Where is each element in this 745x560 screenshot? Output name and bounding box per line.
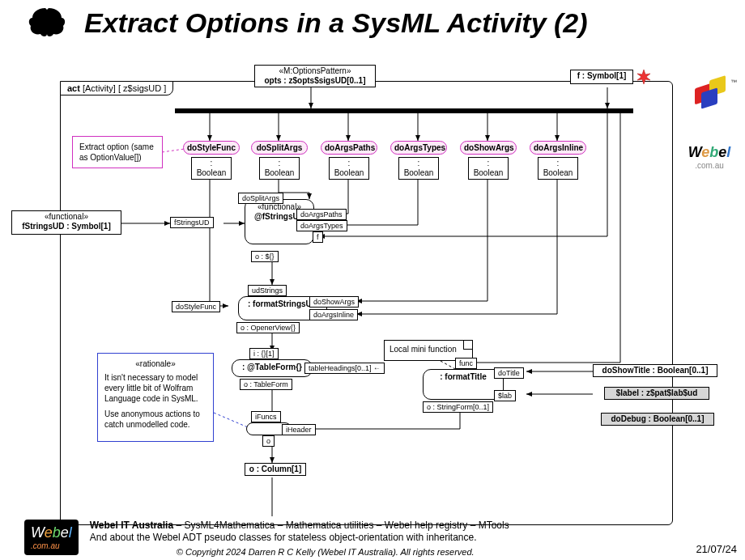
pin-formattitle-out: o : StringForm[0..1] <box>423 401 493 413</box>
pill-dostylefunc: doStyleFunc <box>183 141 240 155</box>
pin-fstringsud: fStringsUD <box>170 217 214 228</box>
action-tableform-name: : @TableForm{} <box>242 363 302 371</box>
pin-dosplitargs: doSplitArgs <box>238 193 283 204</box>
action-formattitle-name: : formatTitle <box>440 372 487 381</box>
pin-func: func <box>455 358 477 369</box>
pin-udstrings: udStrings <box>248 285 287 296</box>
opts-parameter: «M:OptionsPattern» opts : z$opts$sigsUD[… <box>254 65 376 87</box>
action-formattitle: : formatTitle <box>423 369 504 400</box>
pin-tableform-out: o : TableForm <box>240 379 292 390</box>
pin-doshowargs-r: doShowArgs <box>309 296 359 308</box>
sysml-logo-icon: ™ <box>693 74 739 113</box>
pin-ifuncs-out: o <box>262 435 275 447</box>
output-column-label: o : Column[1] <box>249 465 301 473</box>
fork-right <box>594 108 633 113</box>
pin-dostylefunc: doStyleFunc <box>172 301 220 312</box>
opts-label: opts : z$opts$sigsUD[0..1] <box>264 76 365 85</box>
action-tableform: : @TableForm{} <box>232 359 313 377</box>
pin-tableform-in: i : {}[1] <box>249 348 279 359</box>
rationale-body1: It isn't necessary to model every little… <box>104 372 206 404</box>
type-doargstypes: : Boolean <box>398 157 439 180</box>
pill-doshowargs: doShowArgs <box>460 141 517 155</box>
webel-logo-text: Webel .com.au <box>680 144 739 170</box>
page-title: Extract Options in a SysML Activity (2) <box>84 7 588 39</box>
pin-dotitle: doTitle <box>494 367 524 379</box>
note-rationale: «rationale» It isn't necessary to model … <box>97 353 214 442</box>
note-extract-option: Extract option (same as OptionValue[]) <box>72 136 163 168</box>
svg-line-17 <box>214 413 248 427</box>
functional-label: fStringsUD : Symbol[1] <box>22 222 110 231</box>
pin-doargstypes: doArgsTypes <box>296 220 347 231</box>
pin-iheader: iHeader <box>282 424 316 435</box>
action-formatstringsud-name: : formatStringsUD <box>248 299 317 308</box>
functional-stereo: «functional» <box>15 212 118 222</box>
pill-doargspaths: doArgsPaths <box>321 141 377 155</box>
pin-fstringsud-out: o : ${} <box>251 251 279 262</box>
param-label: $label : z$pat$lab$ud <box>604 387 709 400</box>
rationale-stereo: «rationale» <box>104 358 206 369</box>
functional-fstringsud-param: «functional» fStringsUD : Symbol[1] <box>11 210 121 235</box>
svg-text:™: ™ <box>730 78 737 86</box>
f-symbol-parameter: f : Symbol[1] <box>570 70 633 84</box>
param-doshowtitle: doShowTitle : Boolean[0..1] <box>593 364 717 377</box>
pin-doargspaths: doArgsPaths <box>296 209 347 220</box>
brain-icon <box>24 6 70 39</box>
type-doargsinline: : Boolean <box>538 157 578 180</box>
pill-dosplitargs: doSplitArgs <box>251 141 308 155</box>
footer-copyright: © Copyright 2024 Darren R C Kelly (Webel… <box>142 546 509 558</box>
pin-openerview: o : OpenerView{} <box>236 322 300 333</box>
type-dostylefunc: : Boolean <box>191 157 232 180</box>
footer-line2: And about the Webel ADT pseudo classes f… <box>90 532 509 545</box>
pin-ifuncs-in: iFuncs <box>251 411 281 422</box>
type-doshowargs: : Boolean <box>468 157 509 180</box>
pin-lab: $lab <box>494 390 516 401</box>
pill-doargsinline: doArgsInline <box>530 141 586 155</box>
footer-date: 21/07/24 <box>696 543 737 555</box>
type-dosplitargs: : Boolean <box>259 157 300 180</box>
pin-doargsinline-r: doArgsInline <box>309 309 358 320</box>
param-dodebug: doDebug : Boolean[0..1] <box>601 413 714 426</box>
param-dodebug-label: doDebug : Boolean[0..1] <box>611 414 705 423</box>
svg-line-15 <box>441 361 455 369</box>
pin-f: f <box>313 231 323 243</box>
output-column: o : Column[1] <box>245 463 306 476</box>
pill-doargstypes: doArgsTypes <box>390 141 447 155</box>
param-label-label: $label : z$pat$lab$ud <box>616 388 698 397</box>
svg-marker-18 <box>637 70 650 84</box>
starburst-icon <box>636 70 651 84</box>
svg-line-16 <box>162 149 185 152</box>
fork-main <box>175 108 619 113</box>
activity-frame-label: act [Activity] [ z$sigsUD ] <box>60 81 173 95</box>
type-doargspaths: : Boolean <box>329 157 369 180</box>
param-doshowtitle-label: doShowTitle : Boolean[0..1] <box>602 366 709 375</box>
f-symbol-label: f : Symbol[1] <box>577 71 627 80</box>
diagram-connectors <box>11 63 734 528</box>
pin-tableheadings: tableHeadings[0..1] ← <box>304 363 385 374</box>
opts-stereo: «M:OptionsPattern» <box>258 66 372 76</box>
rationale-body2: Use anonymous actions to catch unmodelle… <box>104 409 206 430</box>
